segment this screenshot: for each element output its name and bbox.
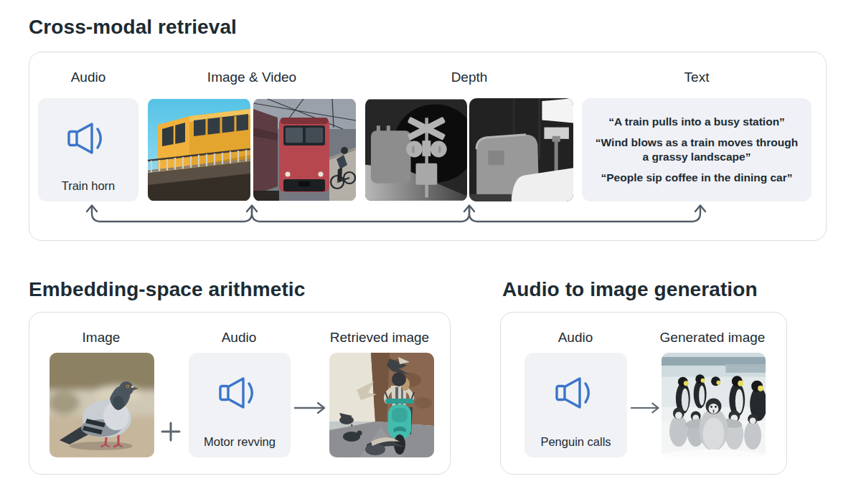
retrieved-image [329,353,434,457]
column-header-text: Text [684,70,710,85]
column-header-retrieved: Retrieved image [330,330,429,346]
red-train-illustration [253,98,356,201]
generation-panel: Audio Generated image Penguin calls [500,312,787,475]
train-image-2 [253,98,356,201]
quote-2: “Wind blows as a train moves through a g… [593,135,800,164]
train-image-1 [148,98,250,201]
audio-tile-label: Motor revving [189,435,291,449]
quote-3: “People sip coffee in the dining car” [593,171,800,185]
column-header-audio-2: Audio [222,330,257,346]
audio-tile-label: Penguin calls [524,435,627,449]
right-arrow-icon [630,400,663,416]
text-quotes-box: “A train pulls into a busy station” “Win… [582,98,811,201]
column-header-audio: Audio [71,70,106,85]
depth-image-2 [469,98,573,201]
quote-1: “A train pulls into a busy station” [593,115,800,129]
speaker-icon [553,374,599,412]
imagebind-capabilities-diagram: Cross-modal retrieval Audio Image & Vide… [0,0,861,504]
scooter-pigeons-illustration [329,353,434,457]
audio-tile-penguin-calls: Penguin calls [524,353,627,457]
column-header-generated: Generated image [660,330,766,346]
column-header-image: Image [83,330,121,346]
column-header-image-video: Image & Video [207,70,296,85]
depth-map-train-illustration [469,98,573,201]
speaker-icon [217,374,263,412]
generated-image [662,353,766,457]
arithmetic-panel: Image Audio Retrieved image [29,312,451,475]
column-header-audio-3: Audio [558,330,593,346]
penguins-illustration [662,353,766,457]
depth-map-crossing-illustration [365,98,467,201]
up-arrows-connector [29,201,827,229]
column-header-depth: Depth [451,70,488,85]
audio-tile-motor-revving: Motor revving [189,353,291,457]
cross-modal-panel: Audio Image & Video Depth Text Train hor… [29,52,827,241]
plus-operator-icon [159,420,182,443]
pigeon-illustration [50,353,154,457]
arithmetic-title: Embedding-space arithmetic [29,278,305,301]
cross-modal-title: Cross-modal retrieval [29,16,237,39]
pigeon-image [50,353,154,457]
right-arrow-icon [293,400,329,416]
audio-tile-train-horn: Train horn [38,98,138,201]
yellow-train-illustration [148,98,250,201]
audio-tile-label: Train horn [38,179,138,193]
depth-image-1 [365,98,467,201]
speaker-icon [65,120,111,157]
generation-title: Audio to image generation [502,278,758,301]
